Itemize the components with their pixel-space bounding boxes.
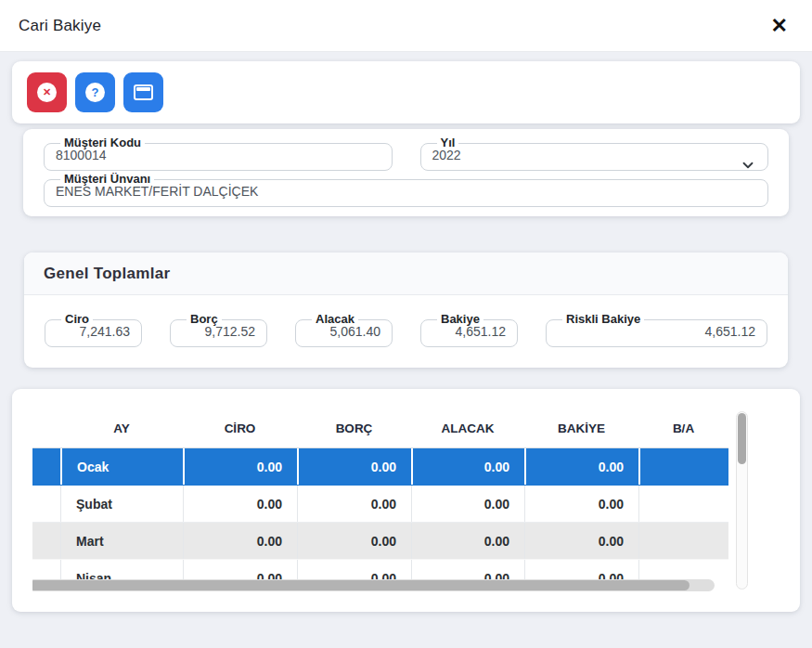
- grid-header-row: AYCİROBORÇALACAKBAKİYEB/A: [32, 409, 728, 448]
- alacak-cell[interactable]: 0.00: [411, 486, 524, 522]
- x-circle-icon: ✕: [37, 83, 57, 102]
- total-field-value: 9,712.52: [182, 324, 255, 339]
- customer-form: Müşteri Kodu 8100014 Yıl 2022 Müşteri Ün…: [23, 129, 789, 216]
- vertical-scrollbar-thumb[interactable]: [738, 413, 746, 464]
- modal-header: Cari Bakiye ✕: [0, 0, 812, 52]
- total-field: Riskli Bakiye4,651.12: [546, 313, 767, 347]
- monthly-grid-card: AYCİROBORÇALACAKBAKİYEB/A Ocak0.000.000.…: [12, 389, 800, 612]
- grid-body: Ocak0.000.000.000.00Şubat0.000.000.000.0…: [32, 448, 728, 591]
- toolbar: ✕ ?: [12, 61, 800, 123]
- grid-column-header[interactable]: B/A: [638, 409, 728, 447]
- window-card-icon: [134, 84, 153, 100]
- close-icon: ✕: [771, 14, 788, 37]
- totals-title: Genel Toplamlar: [44, 265, 170, 282]
- totals-section: Genel Toplamlar Ciro7,241.63Borç9,712.52…: [24, 253, 788, 368]
- table-row[interactable]: Şubat0.000.000.000.00: [32, 486, 728, 523]
- customer-code-value: 8100014: [56, 148, 380, 162]
- grid-cell[interactable]: [32, 486, 60, 522]
- total-field: Ciro7,241.63: [45, 313, 142, 347]
- table-row[interactable]: Mart0.000.000.000.00: [32, 523, 728, 560]
- close-button[interactable]: ✕: [766, 12, 793, 40]
- ciro-cell[interactable]: 0.00: [183, 523, 297, 559]
- total-field-label: Riskli Bakiye: [562, 313, 644, 326]
- grid-cell[interactable]: [32, 523, 60, 559]
- grid-column-header[interactable]: [32, 409, 60, 447]
- ciro-cell[interactable]: 0.00: [183, 486, 297, 522]
- grid-column-header[interactable]: BAKİYE: [524, 409, 638, 447]
- total-field: Borç9,712.52: [170, 313, 267, 347]
- chevron-down-icon: [740, 157, 756, 177]
- borc-cell[interactable]: 0.00: [297, 448, 411, 485]
- total-field-value: 4,651.12: [558, 324, 755, 339]
- ba-cell[interactable]: [638, 448, 728, 485]
- year-value: 2022: [432, 148, 757, 162]
- grid-cell[interactable]: [32, 448, 60, 485]
- borc-cell[interactable]: 0.00: [297, 486, 411, 522]
- monthly-grid: AYCİROBORÇALACAKBAKİYEB/A Ocak0.000.000.…: [32, 409, 728, 591]
- help-button[interactable]: ?: [75, 72, 115, 112]
- grid-column-header[interactable]: AY: [60, 409, 183, 447]
- customer-title-field[interactable]: Müşteri Ünvanı ENES MARKET/FERİT DALÇİÇE…: [44, 173, 768, 207]
- table-row[interactable]: Ocak0.000.000.000.00: [32, 448, 728, 486]
- year-select[interactable]: Yıl 2022: [420, 136, 769, 171]
- ba-cell[interactable]: [638, 486, 728, 522]
- total-field: Bakiye4,651.12: [420, 313, 518, 347]
- bakiye-cell[interactable]: 0.00: [524, 486, 638, 522]
- bakiye-cell[interactable]: 0.00: [524, 448, 638, 485]
- month-cell[interactable]: Şubat: [60, 486, 183, 522]
- ba-cell[interactable]: [638, 523, 728, 559]
- totals-fields: Ciro7,241.63Borç9,712.52Alacak5,061.40Ba…: [24, 295, 788, 368]
- question-circle-icon: ?: [85, 83, 105, 102]
- alacak-cell[interactable]: 0.00: [411, 523, 524, 559]
- month-cell[interactable]: Mart: [60, 523, 183, 559]
- ciro-cell[interactable]: 0.00: [183, 448, 297, 485]
- customer-code-field[interactable]: Müşteri Kodu 8100014: [44, 136, 393, 171]
- horizontal-scrollbar[interactable]: [32, 579, 715, 591]
- totals-header: Genel Toplamlar: [24, 253, 788, 295]
- month-cell[interactable]: Ocak: [60, 448, 183, 485]
- vertical-scrollbar[interactable]: [736, 411, 748, 590]
- customer-title-value: ENES MARKET/FERİT DALÇİÇEK: [56, 184, 756, 199]
- grid-viewport: AYCİROBORÇALACAKBAKİYEB/A Ocak0.000.000.…: [32, 409, 731, 591]
- total-field-value: 7,241.63: [57, 324, 130, 339]
- bakiye-cell[interactable]: 0.00: [524, 523, 638, 559]
- total-field-value: 5,061.40: [307, 324, 380, 339]
- grid-column-header[interactable]: CİRO: [183, 409, 297, 447]
- grid-column-header[interactable]: BORÇ: [297, 409, 411, 447]
- borc-cell[interactable]: 0.00: [297, 523, 411, 559]
- total-field-value: 4,651.12: [432, 324, 506, 339]
- grid-column-header[interactable]: ALACAK: [411, 409, 524, 447]
- modal-title: Cari Bakiye: [19, 17, 101, 35]
- alacak-cell[interactable]: 0.00: [411, 448, 524, 485]
- horizontal-scrollbar-thumb[interactable]: [32, 580, 690, 590]
- card-view-button[interactable]: [123, 72, 163, 112]
- total-field: Alacak5,061.40: [295, 313, 393, 347]
- cancel-button[interactable]: ✕: [27, 72, 67, 112]
